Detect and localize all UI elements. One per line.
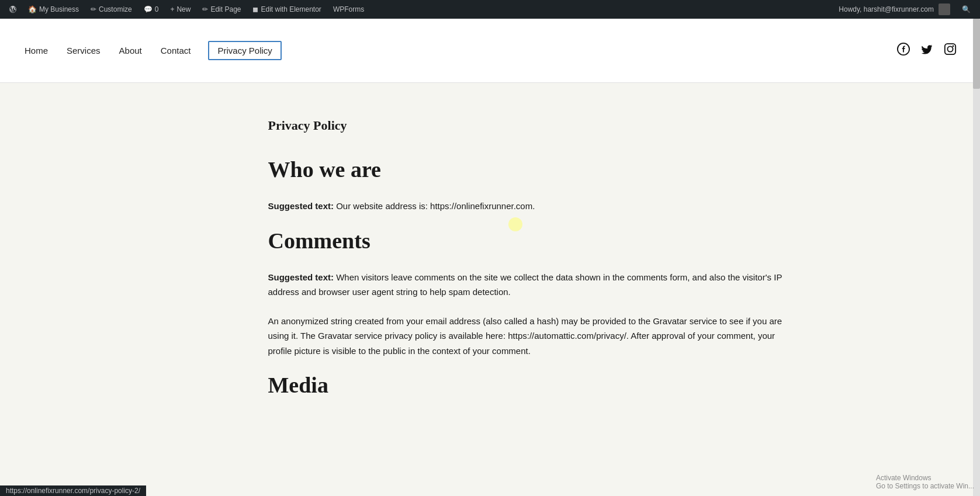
search-icon: 🔍 (962, 5, 971, 13)
home-icon: 🏠 (28, 5, 37, 13)
activate-windows-notice: Activate Windows Go to Settings to activ… (876, 474, 974, 490)
edit-page-label: Edit Page (210, 5, 241, 13)
comments-body-1: When visitors leave comments on the site… (268, 272, 782, 297)
adminbar-right: Howdy, harshit@fixrunner.com 🔍 (834, 0, 975, 19)
search-button[interactable]: 🔍 (957, 0, 975, 19)
comments-text-2: An anonymized string created from your e… (268, 314, 788, 359)
activate-line1: Activate Windows (876, 474, 974, 482)
status-bar: https://onlinefixrunner.com/privacy-poli… (0, 485, 146, 496)
comment-icon: 💬 (144, 5, 153, 13)
nav-home[interactable]: Home (23, 43, 49, 58)
nav-privacy-policy[interactable]: Privacy Policy (208, 41, 281, 60)
edit-icon: ✏ (202, 5, 208, 13)
edit-elementor-label: Edit with Elementor (261, 5, 321, 13)
my-business-label: My Business (39, 5, 79, 13)
customize-link[interactable]: ✏ Customize (86, 0, 137, 19)
nav-contact[interactable]: Contact (160, 43, 192, 58)
comments-link[interactable]: 💬 0 (139, 0, 164, 19)
site-nav: Home Services About Contact Privacy Poli… (23, 41, 282, 60)
instagram-icon[interactable] (944, 43, 957, 58)
comments-count: 0 (155, 5, 159, 13)
nav-services[interactable]: Services (65, 43, 102, 58)
who-we-are-text: Suggested text: Our website address is: … (268, 199, 788, 214)
status-url: https://onlinefixrunner.com/privacy-poli… (6, 487, 140, 495)
content-wrap: Privacy Policy Who we are Suggested text… (169, 118, 812, 398)
svg-point-3 (947, 46, 953, 51)
who-we-are-heading: Who we are (268, 157, 788, 182)
comments-heading: Comments (268, 228, 788, 254)
customize-icon: ✏ (91, 5, 96, 13)
my-business-link[interactable]: 🏠 My Business (23, 0, 84, 19)
wp-logo[interactable] (5, 0, 21, 19)
nav-about[interactable]: About (118, 43, 143, 58)
scrollbar-track[interactable] (973, 19, 980, 496)
new-link[interactable]: + New (165, 0, 195, 19)
admin-bar: 🏠 My Business ✏ Customize 💬 0 + New ✏ Ed… (0, 0, 980, 19)
elementor-icon: ◼ (252, 5, 258, 13)
media-heading: Media (268, 372, 788, 398)
howdy-text[interactable]: Howdy, harshit@fixrunner.com (834, 0, 955, 19)
site-header: Home Services About Contact Privacy Poli… (0, 19, 980, 83)
avatar (939, 4, 950, 15)
comments-text-1: Suggested text: When visitors leave comm… (268, 270, 788, 300)
svg-rect-2 (945, 44, 955, 54)
page-title: Privacy Policy (268, 118, 788, 133)
wpforms-link[interactable]: WPForms (328, 0, 369, 19)
scrollbar-thumb[interactable] (973, 19, 980, 89)
plus-icon: + (170, 5, 174, 13)
suggested-text-label-2: Suggested text: (268, 272, 334, 282)
social-icons (897, 43, 957, 58)
svg-point-4 (953, 46, 954, 47)
edit-elementor-link[interactable]: ◼ Edit with Elementor (248, 0, 325, 19)
activate-line2: Go to Settings to activate Win... (876, 482, 974, 490)
howdy-label: Howdy, harshit@fixrunner.com (839, 5, 934, 13)
edit-page-link[interactable]: ✏ Edit Page (198, 0, 245, 19)
facebook-icon[interactable] (897, 43, 910, 58)
twitter-icon[interactable] (920, 43, 933, 58)
customize-label: Customize (99, 5, 132, 13)
who-we-are-body: Our website address is: https://onlinefi… (334, 201, 535, 211)
wpforms-label: WPForms (333, 5, 364, 13)
new-label: New (176, 5, 191, 13)
site-main: Privacy Policy Who we are Suggested text… (0, 83, 980, 496)
suggested-text-label-1: Suggested text: (268, 201, 334, 211)
